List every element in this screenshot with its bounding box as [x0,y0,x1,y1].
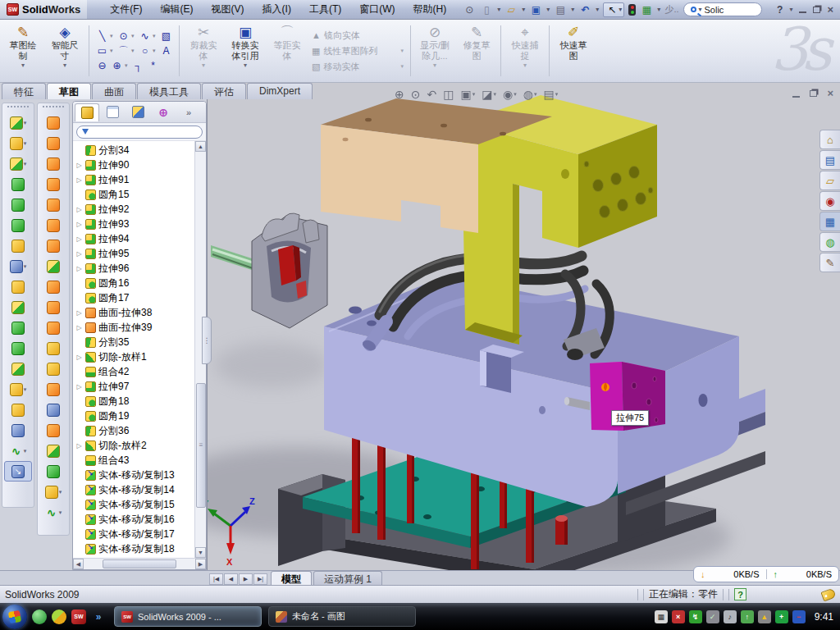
tree-item-2[interactable]: ▷拉伸90 [73,158,194,172]
rapid-sketch-button[interactable]: ✐快速草 图 [554,22,593,80]
close-button[interactable]: × [827,6,833,14]
media-player-icon[interactable] [52,609,66,624]
slide-unit[interactable] [211,213,327,328]
mold-tool-icon-7[interactable] [4,235,32,256]
feature-tool-icon-15[interactable] [39,399,67,420]
feature-tool-icon-10[interactable] [39,297,67,317]
feature-tool-icon-9[interactable] [39,276,67,297]
tree-item-15[interactable]: ▷切除-放样1 [73,349,194,364]
feature-tool-icon-4[interactable] [39,174,67,194]
rebuild-icon[interactable] [628,4,636,16]
solidworks-resources-tab[interactable]: ◉ [819,191,840,211]
mold-tool-icon-1[interactable]: ▾ [4,112,32,133]
expander-icon[interactable]: ▷ [75,265,83,272]
search-caret-icon[interactable]: ▾ [699,6,702,13]
quick-launch-overflow[interactable]: » [91,609,106,624]
propertymanager-tab[interactable] [100,103,125,121]
tree-item-1[interactable]: 分割34 [73,143,194,158]
undo-icon[interactable]: ↶ [578,3,591,16]
mold-tool-icon-9[interactable] [4,276,32,297]
feature-tool-icon-13[interactable] [39,358,67,379]
mold-tool-icon-6[interactable] [4,215,32,235]
tree-item-5[interactable]: ▷拉伸92 [73,202,194,217]
tab-scroll-button-3[interactable]: ▶ [239,573,253,585]
tree-item-8[interactable]: ▷拉伸95 [73,246,194,261]
messenger-icon[interactable] [32,609,47,624]
expander-icon[interactable]: ▷ [75,235,83,243]
menu-item-1[interactable]: 文件(F) [102,1,150,18]
mold-tool-icon-16[interactable] [4,420,32,441]
feature-tool-icon-12[interactable] [39,338,67,358]
chevron-down-icon[interactable]: ▾ [110,33,116,39]
help-caret-icon[interactable]: ▾ [789,6,792,13]
health-icon[interactable]: + [775,610,788,623]
expander-icon[interactable]: ▷ [75,324,83,331]
feature-tool-icon-6[interactable] [39,215,67,235]
feature-tool-icon-20[interactable]: ∿▾ [39,502,67,523]
expander-icon[interactable]: ▷ [75,221,83,228]
menu-item-7[interactable]: 帮助(H) [405,1,455,18]
print-icon[interactable]: ▤ [554,3,567,16]
quick-tips-icon[interactable]: ? [734,588,746,600]
mold-tool-icon-12[interactable] [4,338,32,358]
expander-icon[interactable]: ▷ [75,354,83,361]
apply-scene-button[interactable]: ▤▾ [541,87,559,102]
chevron-down-icon[interactable]: ▾ [131,33,137,39]
tree-item-22[interactable]: 组合43 [73,453,194,468]
sketch-entities-icon-3-2[interactable]: ⊕ [110,59,124,73]
chevron-down-icon[interactable]: ▾ [131,48,137,54]
taskbar-window-2[interactable]: 未命名 - 画图 [268,606,416,627]
pin-icon[interactable]: ⊙ [463,3,476,16]
zoom-to-fit-button[interactable]: ⊕ [393,87,406,102]
chevron-down-icon[interactable]: ▾ [24,448,27,454]
print-caret-icon[interactable]: ▾ [571,6,574,13]
sketch-entities-icon-1-4[interactable]: ▧ [159,30,173,43]
sketch-entities-icon-3-3[interactable]: ┐ [131,59,145,73]
chevron-down-icon[interactable]: ▾ [555,91,559,98]
feature-tool-icon-2[interactable] [39,133,67,153]
doc-restore-button[interactable] [810,90,817,97]
sketch-entities-icon-1-2[interactable]: ⊙ [116,30,130,43]
network-warning-icon[interactable]: ▲ [758,610,771,623]
restore-button[interactable] [813,7,820,13]
sketch-button[interactable]: ✎草图绘 制▾ [3,22,43,80]
featuremanager-tab[interactable] [75,103,99,121]
scroll-up-button[interactable]: ▲ [195,141,206,152]
tree-item-14[interactable]: 分割35 [73,335,194,349]
scroll-down-button[interactable]: ▼ [195,547,206,558]
3d-model-view[interactable]: Y Z X [208,83,840,570]
tree-item-23[interactable]: 实体-移动/复制13 [73,468,194,482]
feature-tool-grip[interactable] [43,106,64,110]
panel-splitter-handle[interactable]: ⋮ [202,317,212,364]
tree-horizontal-scrollbar[interactable]: ◀ ▶ [73,558,206,569]
doc-tab-2[interactable]: 运动算例 1 [313,571,382,585]
file-explorer-tab[interactable]: ▱ [819,171,840,190]
sketch-entities-icon-2-1[interactable]: ▭ [95,44,109,58]
new-caret-icon[interactable]: ▾ [497,6,500,13]
tree-item-3[interactable]: ▷拉伸91 [73,172,194,187]
volume-icon[interactable]: ♪ [724,610,737,623]
feature-tool-icon-17[interactable] [39,441,67,461]
chevron-down-icon[interactable]: ▾ [110,48,116,54]
mold-tool-icon-4[interactable] [4,174,32,194]
save-caret-icon[interactable]: ▾ [546,6,550,13]
chevron-down-icon[interactable]: ▾ [153,48,158,54]
zoom-to-area-button[interactable]: ⊙ [409,87,422,102]
tree-item-28[interactable]: 实体-移动/复制18 [73,541,194,556]
tree-item-17[interactable]: ▷拉伸97 [73,379,194,394]
home-tab[interactable]: ⌂ [819,130,840,149]
document-recovery-tab[interactable]: ✎ [819,253,840,272]
select-tool-button[interactable]: ↖▾ [603,2,624,17]
tree-item-21[interactable]: ▷切除-放样2 [73,438,194,453]
undo-caret-icon[interactable]: ▾ [596,6,599,13]
chevron-down-icon[interactable]: ▾ [59,489,62,495]
expander-icon[interactable]: ▷ [75,442,83,450]
mold-tool-icon-14[interactable]: ▾ [4,379,32,399]
hide-show-items-button[interactable]: ◉▾ [501,87,518,102]
tab-4[interactable]: 模具工具 [137,83,201,99]
expander-icon[interactable]: ▷ [75,309,83,317]
help-button[interactable]: ? [777,4,783,16]
minimize-button[interactable] [799,6,806,13]
appearances-tab[interactable]: ◍ [819,232,840,252]
doc-close-button[interactable]: × [827,89,833,98]
